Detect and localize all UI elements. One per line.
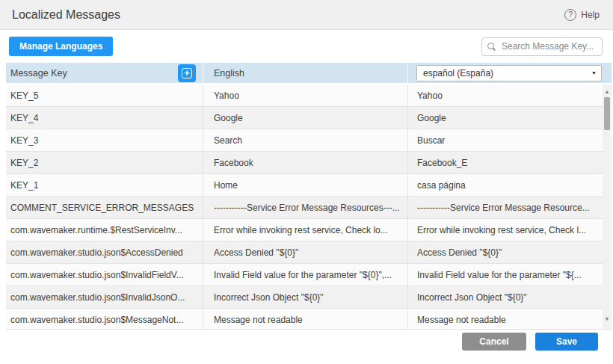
scroll-up-icon[interactable]: ▲ <box>603 87 612 96</box>
search-box <box>481 37 603 56</box>
dialog-footer: Cancel Save <box>0 330 613 363</box>
scrollbar-thumb[interactable] <box>604 97 610 130</box>
help-link[interactable]: ? Help <box>564 9 600 21</box>
translated-message-cell[interactable]: Error while invoking rest service, Check… <box>408 219 603 241</box>
table-rows: KEY_5 Yahoo Yahoo KEY_4 Google Google KE… <box>6 84 603 330</box>
page-title: Localized Messages <box>12 8 120 22</box>
english-message-cell[interactable]: Access Denied "${0}" <box>203 241 408 263</box>
english-message-cell[interactable]: Facebook <box>203 152 408 173</box>
english-message-cell[interactable]: Home <box>203 174 408 196</box>
table-row: COMMENT_SERVICE_ERROR_MESSAGES ---------… <box>6 197 603 219</box>
help-label: Help <box>581 10 600 20</box>
scroll-down-icon[interactable]: ▼ <box>603 314 612 323</box>
message-key-cell[interactable]: KEY_2 <box>6 152 203 173</box>
translated-message-cell[interactable]: casa página <box>408 174 603 196</box>
manage-languages-button[interactable]: Manage Languages <box>9 37 113 56</box>
save-button[interactable]: Save <box>535 333 598 351</box>
english-message-cell[interactable]: Google <box>203 107 408 129</box>
english-message-cell[interactable]: -----------Service Error Message Resourc… <box>203 197 408 218</box>
column-header-english: English <box>203 63 408 83</box>
english-message-cell[interactable]: Yahoo <box>203 84 408 106</box>
table-row: KEY_2 Facebook Facebook_E <box>6 152 603 174</box>
table-row: com.wavemaker.runtime.$RestServiceInv...… <box>6 219 603 241</box>
message-key-cell[interactable]: com.wavemaker.studio.json$InvalidFieldV.… <box>6 264 203 286</box>
english-message-cell[interactable]: Search <box>203 129 408 151</box>
table-row: com.wavemaker.studio.json$AccessDenied A… <box>6 241 603 264</box>
language-select-wrap: español (España) ▼ <box>416 65 602 81</box>
english-header-label: English <box>214 68 244 78</box>
column-header-message-key: Message Key + <box>6 63 203 83</box>
message-key-cell[interactable]: KEY_1 <box>6 174 203 196</box>
english-message-cell[interactable]: Error while invoking rest service, Check… <box>203 219 408 241</box>
translated-message-cell[interactable]: Invalid Field value for the parameter "$… <box>408 264 603 286</box>
table-row: KEY_3 Search Buscar <box>6 129 603 152</box>
message-key-cell[interactable]: KEY_5 <box>6 84 203 106</box>
translated-message-cell[interactable]: Access Denied "${0}" <box>408 241 603 263</box>
vertical-scrollbar[interactable]: ▲ ▼ <box>603 84 612 329</box>
message-key-cell[interactable]: KEY_4 <box>6 107 203 129</box>
table-row: com.wavemaker.studio.json$MessageNot... … <box>6 309 603 330</box>
help-icon: ? <box>564 9 576 21</box>
toolbar: Manage Languages <box>0 30 613 63</box>
english-message-cell[interactable]: Invalid Field value for the parameter "$… <box>203 264 408 286</box>
cancel-button[interactable]: Cancel <box>462 333 526 351</box>
table-row: KEY_4 Google Google <box>6 107 603 129</box>
translated-message-cell[interactable]: Google <box>408 107 603 129</box>
message-key-cell[interactable]: KEY_3 <box>6 129 203 151</box>
messages-table: Message Key + English español (España) ▼… <box>6 63 612 330</box>
translated-message-cell[interactable]: Message not readable <box>408 309 603 330</box>
dialog-titlebar: Localized Messages ? Help <box>0 0 613 30</box>
message-key-cell[interactable]: com.wavemaker.studio.json$MessageNot... <box>6 309 203 330</box>
table-row: KEY_1 Home casa página <box>6 174 603 197</box>
english-message-cell[interactable]: Incorrect Json Object "${0}" <box>203 286 408 308</box>
table-row: KEY_5 Yahoo Yahoo <box>6 84 603 107</box>
language-select[interactable]: español (España) <box>416 65 602 81</box>
add-message-key-button[interactable]: + <box>178 64 196 82</box>
table-header: Message Key + English español (España) ▼ <box>6 63 612 84</box>
message-key-cell[interactable]: com.wavemaker.studio.json$AccessDenied <box>6 241 203 263</box>
translated-message-cell[interactable]: Facebook_E <box>408 152 603 173</box>
translated-message-cell[interactable]: Buscar <box>408 129 603 151</box>
table-row: com.wavemaker.studio.json$InvalidFieldV.… <box>6 264 603 286</box>
message-key-header-label: Message Key <box>10 68 67 78</box>
translated-message-cell[interactable]: Incorrect Json Object "${0}" <box>408 286 603 308</box>
search-input[interactable] <box>481 37 603 56</box>
search-icon <box>487 43 494 49</box>
translated-message-cell[interactable]: Yahoo <box>408 84 603 106</box>
plus-icon: + <box>182 68 192 78</box>
column-header-language: español (España) ▼ <box>408 63 612 83</box>
english-message-cell[interactable]: Message not readable <box>203 309 408 330</box>
table-row: com.wavemaker.studio.json$InvalidJsonO..… <box>6 286 603 309</box>
translated-message-cell[interactable]: -----------Service Error Message Resourc… <box>408 197 603 218</box>
message-key-cell[interactable]: COMMENT_SERVICE_ERROR_MESSAGES <box>6 197 203 218</box>
table-body: KEY_5 Yahoo Yahoo KEY_4 Google Google KE… <box>6 84 612 330</box>
message-key-cell[interactable]: com.wavemaker.runtime.$RestServiceInv... <box>6 219 203 241</box>
message-key-cell[interactable]: com.wavemaker.studio.json$InvalidJsonO..… <box>6 286 203 308</box>
